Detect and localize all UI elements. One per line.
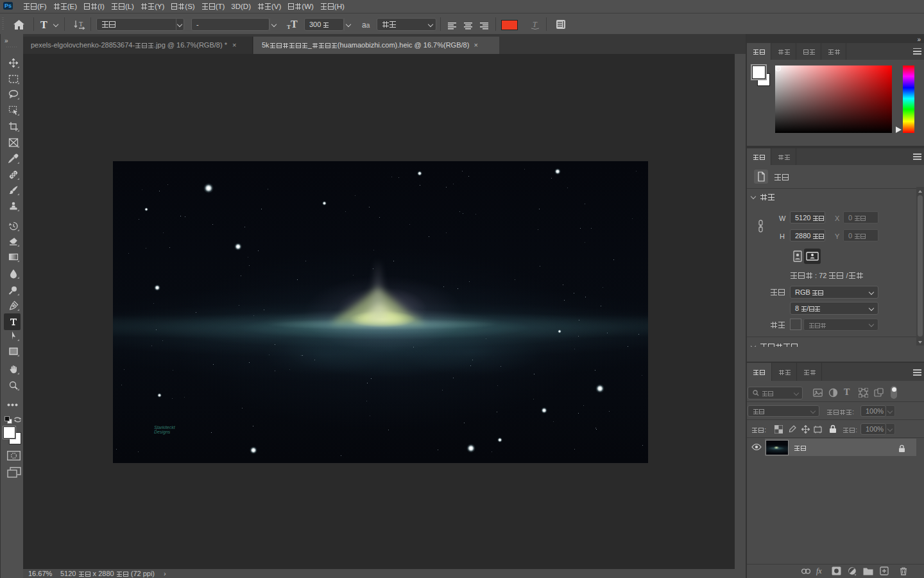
svg-text:T: T [533, 20, 538, 29]
svg-text:T: T [79, 21, 83, 28]
